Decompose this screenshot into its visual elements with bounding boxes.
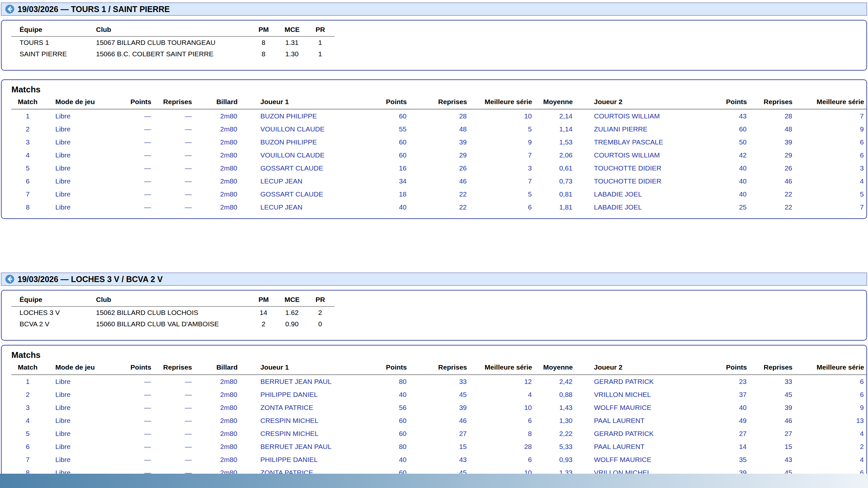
table-row: BCVA 2 V15060 BILLARD CLUB VAL D'AMBOISE… [11,318,335,330]
table-cell: — [101,375,151,388]
section-header-2: 19/03/2026 — LOCHES 3 V / BCVA 2 V [1,273,867,286]
table-cell: PHILIPPE DANIEL [238,388,374,401]
table-cell: 28 [407,109,467,123]
table-cell: BUZON PHILIPPE [238,109,374,123]
spacer [0,71,868,79]
table-row: 5Libre——2m80GOSSART CLAUDE162630,61TOUCH… [11,162,867,175]
table-cell: 7 [467,175,532,188]
table-cell: — [101,136,151,149]
table-cell: — [151,375,192,388]
table-cell: — [101,109,151,123]
table-cell: 0,69 [864,375,867,388]
table-cell: 6 [11,175,44,188]
table-cell: — [151,440,192,453]
table-cell: Libre [44,427,101,440]
table-cell: 22 [747,201,793,214]
table-row: 2Libre——2m80PHILIPPE DANIEL404540,88VRIL… [11,388,867,401]
table-cell: 2m80 [192,109,238,123]
table-cell: 8 [249,48,278,60]
table-cell: 2,22 [532,427,573,440]
match-table-header-row: MatchMode de jeuPointsReprisesBillardJou… [11,362,867,375]
table-cell: 0.90 [278,318,306,330]
table-row: 4Libre——2m80VOUILLON CLAUDE602972,06COUR… [11,149,867,162]
table-cell: 1,00 [864,427,867,440]
table-cell: 55 [374,123,407,136]
back-arrow-icon[interactable] [5,274,14,284]
table-cell: 60 [374,427,407,440]
column-header: Équipe [11,24,90,36]
table-cell: LOCHES 3 V [11,306,90,318]
table-cell: ZULIANI PIERRE [573,123,708,136]
back-arrow-icon[interactable] [5,5,14,14]
table-cell: 14 [249,306,278,318]
table-cell: — [151,414,192,427]
table-cell: 10 [467,401,532,414]
table-cell: 45 [407,388,467,401]
table-cell: 0,73 [532,175,573,188]
table-cell: 2 [11,388,44,401]
table-cell: 48 [407,123,467,136]
table-cell: 1,14 [532,123,573,136]
table-cell: 5 [11,427,44,440]
column-header: Points [101,362,151,375]
table-cell: Libre [44,201,101,214]
table-cell: 80 [374,375,407,388]
table-cell: BCVA 2 V [11,318,90,330]
column-header: Club [90,24,249,36]
table-cell: 25 [708,201,747,214]
table-cell: 15 [407,440,467,453]
table-cell: 60 [374,136,407,149]
table-cell: GERARD PATRICK [573,427,708,440]
table-row: LOCHES 3 V15062 BILLARD CLUB LOCHOIS141.… [11,306,335,318]
table-cell: TREMBLAY PASCALE [573,136,708,149]
table-cell: 4 [793,175,864,188]
table-cell: 0,93 [532,453,573,466]
table-cell: 40 [374,201,407,214]
table-cell: 2m80 [192,162,238,175]
table-cell: 27 [708,427,747,440]
table-cell: 2,42 [532,375,573,388]
table-cell: 6 [467,453,532,466]
table-cell: 34 [374,175,407,188]
table-cell: 5 [467,188,532,201]
table-row: 4Libre——2m80CRESPIN MICHEL604661,30PAAL … [11,414,867,427]
table-cell: 15062 BILLARD CLUB LOCHOIS [90,306,249,318]
column-header: Meilleure série [467,362,532,375]
table-cell: Libre [44,109,101,123]
table-cell: 5,33 [532,440,573,453]
table-cell: Libre [44,188,101,201]
table-cell: — [101,440,151,453]
column-header: Points [708,362,747,375]
column-header: PR [306,294,335,306]
table-cell: 29 [747,149,793,162]
top-spacer [0,0,868,3]
table-cell: 2m80 [192,414,238,427]
column-header: Reprises [407,362,467,375]
table-cell: 40 [374,388,407,401]
table-cell: 50 [708,136,747,149]
table-cell: 13 [793,414,864,427]
table-cell: 12 [467,375,532,388]
table-cell: 2 [306,306,335,318]
table-cell: 29 [407,149,467,162]
table-cell: 1,53 [864,109,867,123]
table-cell: 2m80 [192,453,238,466]
table-cell: 46 [407,175,467,188]
table-cell: BUZON PHILIPPE [238,136,374,149]
table-cell: 6 [793,136,864,149]
table-cell: 49 [708,414,747,427]
table-cell: 56 [374,401,407,414]
table-cell: 2,14 [532,109,573,123]
table-cell: BERRUET JEAN PAUL [238,440,374,453]
table-cell: 40 [708,162,747,175]
matchs-panel-2: Matchs MatchMode de jeuPointsReprisesBil… [1,345,867,484]
column-header: Points [708,97,747,109]
table-cell: 28 [467,440,532,453]
table-cell: GERARD PATRICK [573,375,708,388]
column-header: PM [249,294,278,306]
table-cell: COURTOIS WILLIAM [573,149,708,162]
table-cell: 23 [708,375,747,388]
table-cell: 43 [407,453,467,466]
table-cell: 2m80 [192,188,238,201]
column-header: Joueur 2 [573,97,708,109]
